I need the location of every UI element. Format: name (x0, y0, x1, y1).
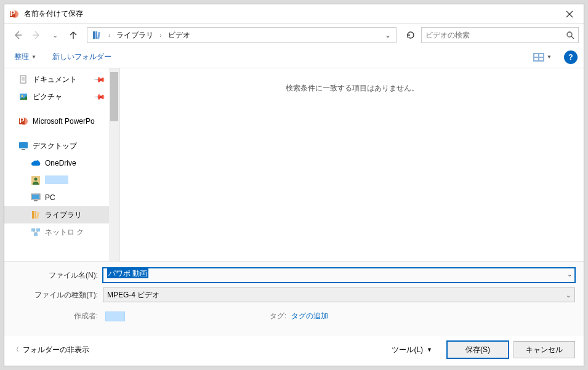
organize-label: 整理 (14, 52, 29, 62)
tree-scrollbar[interactable] (109, 68, 119, 261)
tree-item-pc[interactable]: PC (4, 189, 119, 206)
empty-message: 検索条件に一致する項目はありません。 (286, 83, 419, 94)
document-icon (18, 74, 29, 85)
thumbnails-icon (533, 53, 544, 62)
close-button[interactable] (555, 4, 584, 23)
chevron-down-icon: ▼ (31, 54, 36, 60)
recent-dropdown[interactable]: ⌄ (46, 26, 63, 44)
svg-line-40 (36, 231, 38, 233)
forward-button[interactable] (28, 26, 45, 44)
tools-label: ツール(L) (392, 345, 423, 355)
new-folder-label: 新しいフォルダー (52, 52, 111, 62)
tree-item-desktop[interactable]: デスクトップ (4, 137, 119, 155)
svg-rect-14 (539, 54, 543, 57)
tags-add-link[interactable]: タグの追加 (291, 311, 328, 321)
tree-item-onedrive[interactable]: OneDrive (4, 155, 119, 172)
back-button[interactable] (9, 26, 26, 44)
svg-point-29 (34, 178, 38, 181)
svg-rect-16 (539, 58, 543, 60)
address-bar[interactable]: › ライブラリ › ビデオ ⌄ (87, 27, 397, 43)
tree-label: ドキュメント (33, 74, 77, 85)
toolbar: 整理 ▼ 新しいフォルダー ▼ ? (4, 46, 584, 68)
tree-label: デスクトップ (33, 141, 77, 151)
svg-rect-15 (534, 58, 538, 60)
save-label: 保存(S) (465, 345, 490, 355)
filetype-select[interactable]: MPEG-4 ビデオ ⌄ (103, 288, 575, 302)
svg-rect-13 (534, 54, 538, 57)
search-icon (566, 31, 574, 39)
filetype-value: MPEG-4 ビデオ (107, 290, 159, 300)
help-button[interactable]: ? (564, 50, 578, 64)
powerpoint-icon: P (18, 116, 29, 127)
hide-folders-label: フォルダーの非表示 (23, 345, 89, 355)
svg-rect-7 (93, 31, 95, 39)
tree-label: ネットロ ク (45, 227, 84, 238)
svg-line-11 (571, 36, 574, 39)
tools-menu[interactable]: ツール(L) ▼ (392, 345, 432, 355)
search-input[interactable] (425, 31, 574, 39)
up-button[interactable] (65, 26, 82, 44)
tree-item-documents[interactable]: ドキュメント 📌 (4, 71, 119, 88)
refresh-button[interactable] (401, 27, 420, 43)
cancel-label: キャンセル (526, 345, 563, 355)
cancel-button[interactable]: キャンセル (513, 341, 575, 358)
svg-rect-32 (34, 200, 38, 201)
chevron-down-icon: ⌄ (566, 292, 571, 299)
tree-label: ピクチャ (33, 92, 62, 102)
svg-rect-26 (19, 142, 28, 148)
chevron-down-icon[interactable]: ⌄ (567, 271, 572, 278)
new-folder-button[interactable]: 新しいフォルダー (49, 49, 115, 65)
tree-label: OneDrive (45, 159, 76, 167)
pc-icon (30, 192, 41, 203)
filename-value: パワポ 動画 (107, 268, 148, 278)
svg-rect-9 (97, 32, 100, 39)
tree-item-network[interactable]: ネットロ ク (4, 223, 119, 241)
body: ドキュメント 📌 ピクチャ 📌 P Microsoft PowerPo デスクト… (4, 68, 584, 261)
tree-item-user[interactable] (4, 172, 119, 189)
search-box[interactable] (421, 27, 579, 43)
svg-rect-27 (22, 149, 25, 150)
footer: 〈 フォルダーの非表示 ツール(L) ▼ 保存(S) キャンセル (4, 336, 584, 366)
svg-text:P: P (10, 9, 15, 18)
breadcrumb-item[interactable]: ビデオ (166, 29, 193, 42)
pin-icon: 📌 (94, 73, 107, 86)
view-mode-button[interactable]: ▼ (531, 52, 554, 63)
filetype-label: ファイルの種類(T): (13, 290, 103, 300)
chevron-up-icon: 〈 (13, 345, 19, 354)
svg-rect-33 (32, 211, 34, 219)
desktop-icon (18, 140, 29, 151)
powerpoint-app-icon: P (9, 9, 19, 19)
svg-rect-37 (36, 228, 40, 231)
tags-label: タグ: (260, 311, 291, 321)
tree-item-powerpoint[interactable]: P Microsoft PowerPo (4, 113, 119, 130)
tree-label (45, 175, 68, 186)
file-list-area: 検索条件に一致する項目はありません。 (120, 68, 584, 261)
address-dropdown[interactable]: ⌄ (381, 29, 395, 41)
save-button[interactable]: 保存(S) (447, 341, 509, 358)
titlebar: P 名前を付けて保存 (4, 4, 584, 24)
breadcrumb-item[interactable]: ライブラリ (114, 29, 156, 42)
save-as-dialog: P 名前を付けて保存 ⌄ › ライブラリ › ビデオ ⌄ (4, 4, 584, 366)
svg-rect-36 (31, 228, 35, 231)
svg-line-39 (33, 231, 36, 233)
author-value[interactable] (105, 312, 125, 321)
pictures-icon (18, 91, 29, 102)
svg-rect-17 (20, 76, 26, 83)
organize-menu[interactable]: 整理 ▼ (10, 49, 40, 65)
svg-point-22 (22, 95, 23, 97)
library-icon (91, 30, 102, 41)
pin-icon: 📌 (94, 90, 107, 103)
tree-item-library[interactable]: ライブラリ (4, 206, 119, 223)
chevron-down-icon: ▼ (427, 347, 432, 353)
scrollbar-thumb[interactable] (110, 72, 118, 121)
tree-item-pictures[interactable]: ピクチャ 📌 (4, 88, 119, 105)
tree-label: PC (45, 193, 55, 202)
folder-tree[interactable]: ドキュメント 📌 ピクチャ 📌 P Microsoft PowerPo デスクト… (4, 68, 120, 261)
tree-label: ライブラリ (45, 210, 82, 220)
tree-label: Microsoft PowerPo (33, 117, 95, 126)
hide-folders-toggle[interactable]: 〈 フォルダーの非表示 (13, 345, 89, 355)
filename-input[interactable]: パワポ 動画 ⌄ (103, 268, 575, 283)
svg-rect-38 (34, 233, 38, 236)
chevron-right-icon: › (105, 32, 114, 39)
navigation-row: ⌄ › ライブラリ › ビデオ ⌄ (4, 24, 584, 46)
